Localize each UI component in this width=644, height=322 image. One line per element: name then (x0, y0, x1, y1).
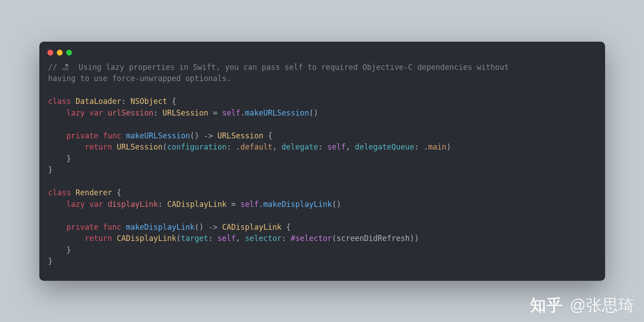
arg-label: delegate (282, 142, 318, 151)
window-titlebar (39, 50, 605, 62)
watermark: 知乎 @张思琦 (530, 295, 634, 317)
selector-arg: screenDidRefresh (336, 234, 410, 243)
type-name: URLSession (217, 131, 263, 140)
kw-lazy: lazy (66, 108, 85, 117)
func-call: makeURLSession (245, 108, 309, 117)
kw-selector: #selector (291, 234, 332, 243)
code-window: // 🏖 Using lazy properties in Swift, you… (39, 42, 605, 281)
type-name: NSObject (131, 97, 167, 106)
enum-case: default (240, 142, 272, 151)
watermark-logo: 知乎 (530, 295, 563, 317)
func-name: makeDisplayLink (126, 223, 195, 232)
close-icon[interactable] (47, 50, 53, 56)
arg-label: selector (245, 234, 282, 243)
kw-return: return (85, 234, 112, 243)
code-block: // 🏖 Using lazy properties in Swift, you… (39, 62, 605, 267)
kw-class: class (48, 188, 71, 197)
class-name: DataLoader (76, 97, 121, 106)
property-name: displayLink (108, 200, 158, 209)
type-name: URLSession (162, 108, 208, 117)
type-name: CADisplayLink (222, 223, 282, 232)
kw-private: private (66, 223, 98, 232)
kw-func: func (103, 131, 121, 140)
kw-self: self (327, 142, 346, 151)
kw-lazy: lazy (66, 200, 85, 209)
comment-text: having to use force-unwrapped optionals. (48, 74, 231, 83)
kw-private: private (66, 131, 98, 140)
minimize-icon[interactable] (57, 50, 63, 56)
kw-self: self (217, 234, 236, 243)
kw-return: return (85, 142, 112, 151)
class-name: Renderer (76, 188, 112, 197)
property-name: urlSession (108, 108, 153, 117)
func-call: makeDisplayLink (263, 200, 332, 209)
type-name: URLSession (117, 142, 162, 151)
watermark-author: @张思琦 (569, 295, 634, 317)
arg-label: configuration (167, 142, 227, 151)
kw-var: var (89, 108, 103, 117)
kw-var: var (89, 200, 103, 209)
kw-class: class (48, 97, 71, 106)
func-name: makeURLSession (126, 131, 190, 140)
kw-self: self (240, 200, 258, 209)
comment-text: // 🏖 Using lazy properties in Swift, you… (48, 63, 514, 72)
arg-label: target (181, 234, 208, 243)
type-name: CADisplayLink (117, 234, 176, 243)
arg-label: delegateQueue (355, 142, 414, 151)
kw-func: func (103, 223, 121, 232)
kw-self: self (222, 108, 241, 117)
enum-case: main (428, 142, 446, 151)
zoom-icon[interactable] (66, 50, 72, 56)
type-name: CADisplayLink (167, 200, 227, 209)
